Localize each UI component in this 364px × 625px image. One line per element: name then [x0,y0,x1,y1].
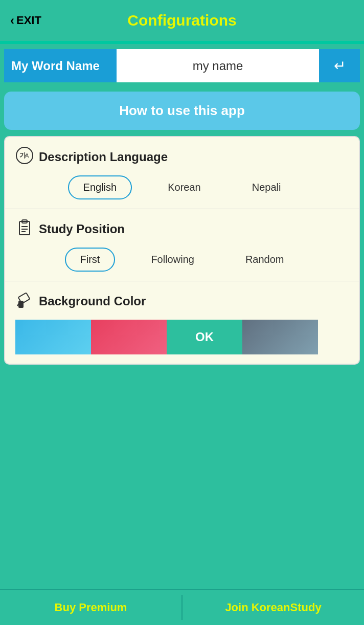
how-to-use-button[interactable]: How to use this app [4,92,360,130]
name-input-row: My Word Name ↵ [4,49,360,82]
exit-label: EXIT [16,14,41,27]
position-option-random[interactable]: Random [230,248,300,272]
main-content-area [0,373,364,589]
color-swatch-red[interactable] [91,320,167,354]
position-option-first[interactable]: First [65,248,116,272]
color-swatch-dark[interactable] [242,320,318,354]
color-swatch-blue[interactable] [15,320,91,354]
exit-arrow-icon: ‹ [10,13,14,28]
description-language-section: 가 A Description Language English Korean … [5,137,359,209]
study-position-title: Study Position [39,222,125,236]
background-color-section: Background Color OK [5,281,359,364]
join-korean-study-button[interactable]: Join KoreanStudy [183,590,364,625]
study-position-section: Study Position First Following Random [5,209,359,281]
background-color-header: Background Color [15,291,349,311]
background-color-title: Background Color [39,294,146,308]
language-option-english[interactable]: English [68,175,132,199]
description-language-title: Description Language [39,150,168,164]
bottom-bar: Buy Premium Join KoreanStudy [0,589,364,625]
word-name-input[interactable] [117,49,319,82]
translate-icon: 가 A [15,146,34,167]
exit-button[interactable]: ‹ EXIT [10,13,41,28]
page-title: Configurations [127,12,236,29]
language-option-nepali[interactable]: Nepali [237,175,297,199]
top-border-line [0,41,364,44]
position-option-following[interactable]: Following [135,248,209,272]
color-options-row: OK [15,320,349,354]
language-options: English Korean Nepali [15,175,349,199]
study-position-header: Study Position [15,218,349,239]
color-ok-button[interactable]: OK [167,320,242,354]
header: ‹ EXIT Configurations [0,0,364,41]
clipboard-icon [15,218,34,239]
config-card: 가 A Description Language English Korean … [4,136,360,365]
position-options: First Following Random [15,248,349,272]
enter-icon: ↵ [334,57,346,74]
paint-brush-icon [15,291,34,311]
enter-button[interactable]: ↵ [319,49,360,82]
svg-text:A: A [25,152,29,159]
language-option-korean[interactable]: Korean [152,175,216,199]
name-label: My Word Name [4,49,117,82]
buy-premium-button[interactable]: Buy Premium [0,590,181,625]
description-language-header: 가 A Description Language [15,146,349,167]
